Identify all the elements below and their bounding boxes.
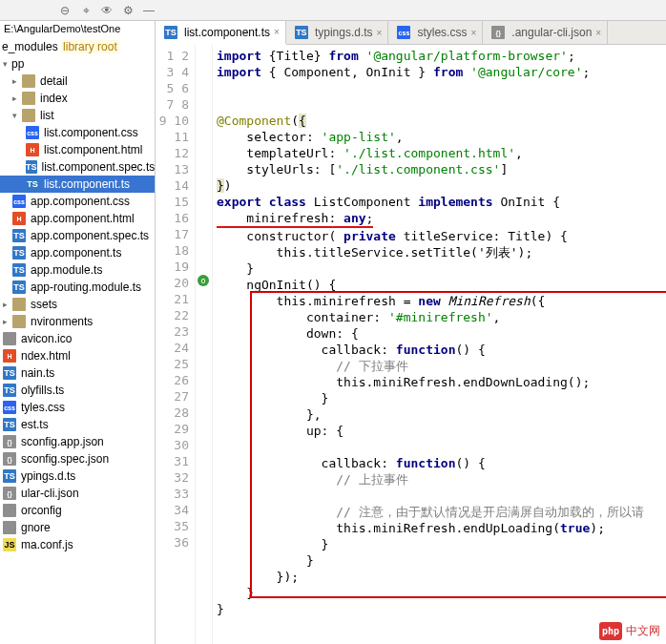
close-icon[interactable]: × <box>274 27 280 37</box>
file-icon: H <box>3 349 16 363</box>
tree-file[interactable]: avicon.ico <box>0 330 155 347</box>
tab-label: .angular-cli.json <box>511 26 592 39</box>
file-icon: css <box>3 401 16 414</box>
tree-file[interactable]: TSapp.module.ts <box>0 261 155 279</box>
tree-folder[interactable]: ▸index <box>0 90 155 107</box>
tree-file[interactable]: TSypings.d.ts <box>0 467 155 485</box>
file-icon: TS <box>295 26 308 39</box>
file-icon: {} <box>3 487 16 500</box>
tree-file[interactable]: TSnain.ts <box>0 364 155 382</box>
tree-file[interactable]: {}ular-cli.json <box>0 485 155 502</box>
tree-file[interactable]: orconfig <box>0 502 155 519</box>
chevron-right-icon[interactable]: ▸ <box>0 317 10 326</box>
tree-file[interactable]: cssapp.component.css <box>0 193 155 210</box>
tree-file[interactable]: TSapp.component.spec.ts <box>0 227 155 244</box>
file-icon: css <box>12 195 26 208</box>
tree-file[interactable]: Happ.component.html <box>0 210 155 227</box>
tree-file[interactable]: TSest.ts <box>0 416 155 433</box>
watermark: php 中文网 <box>599 622 660 640</box>
tab-label: list.component.ts <box>184 26 270 39</box>
file-icon: TS <box>3 469 16 483</box>
tree-file[interactable]: gnore <box>0 519 155 536</box>
close-icon[interactable]: × <box>377 28 383 38</box>
project-tree[interactable]: e_modules library root ▾ pp ▸detail▸inde… <box>0 38 155 644</box>
folder-icon <box>12 298 26 311</box>
tree-folder[interactable]: ▸detail <box>0 73 155 90</box>
editor-tab[interactable]: {}.angular-cli.json× <box>483 21 608 44</box>
tree-file[interactable]: TSlist.component.ts <box>0 176 155 193</box>
file-icon: TS <box>12 263 26 277</box>
line-numbers: 1 2 3 4 5 6 7 8 9 10 11 12 13 14 15 16 1… <box>156 45 196 644</box>
file-icon: TS <box>26 177 39 191</box>
file-icon: css <box>26 126 39 139</box>
file-icon: css <box>397 26 410 39</box>
highlight-box <box>250 291 666 598</box>
editor-tab[interactable]: cssstyles.css× <box>388 21 483 44</box>
project-tree-panel: E:\AngularDemo\testOne e_modules library… <box>0 21 156 644</box>
project-toolbar: ⊖ ⌖ 👁 ⚙ — <box>0 0 666 21</box>
file-icon <box>3 504 16 517</box>
collapse-icon[interactable]: ⊖ <box>57 3 73 18</box>
tree-file[interactable]: csslist.component.css <box>0 124 155 141</box>
file-icon: {} <box>3 435 16 448</box>
tree-file[interactable]: TSapp.component.ts <box>0 244 155 261</box>
tree-folder[interactable]: ▸nvironments <box>0 313 155 330</box>
hide-icon[interactable]: — <box>141 3 156 18</box>
file-icon <box>3 332 16 345</box>
tree-file[interactable]: {}sconfig.spec.json <box>0 450 155 467</box>
tree-folder-list[interactable]: ▾ list <box>0 107 155 124</box>
file-icon: TS <box>3 384 16 397</box>
override-marker-icon[interactable]: o <box>198 275 209 286</box>
tree-folder[interactable]: ▸ssets <box>0 296 155 313</box>
file-icon <box>3 521 16 534</box>
file-icon: TS <box>12 229 26 242</box>
tree-file[interactable]: {}sconfig.app.json <box>0 433 155 450</box>
file-icon: {} <box>3 452 16 466</box>
show-icon[interactable]: 👁 <box>99 3 114 18</box>
folder-icon <box>22 92 35 105</box>
editor-tab[interactable]: TStypings.d.ts× <box>286 21 389 44</box>
chevron-down-icon[interactable]: ▾ <box>10 111 19 120</box>
editor-tab[interactable]: TSlist.component.ts× <box>156 21 286 45</box>
file-icon: H <box>26 143 39 156</box>
code-editor[interactable]: 1 2 3 4 5 6 7 8 9 10 11 12 13 14 15 16 1… <box>156 45 666 644</box>
chevron-down-icon[interactable]: ▾ <box>0 59 10 69</box>
tree-node-modules[interactable]: e_modules library root <box>0 38 155 55</box>
tree-file[interactable]: TSolyfills.ts <box>0 382 155 399</box>
file-icon: TS <box>26 160 37 174</box>
tree-file[interactable]: csstyles.css <box>0 399 155 416</box>
chevron-right-icon[interactable]: ▸ <box>10 76 19 86</box>
folder-icon <box>12 315 26 328</box>
fold-column[interactable]: o <box>196 45 213 644</box>
folder-icon <box>22 74 35 88</box>
file-icon: TS <box>12 246 26 260</box>
settings-icon[interactable]: ⚙ <box>120 3 135 18</box>
tree-file[interactable]: Hndex.html <box>0 347 155 364</box>
php-logo-icon: php <box>599 622 622 640</box>
folder-icon <box>22 109 35 122</box>
project-path: E:\AngularDemo\testOne <box>0 21 155 38</box>
chevron-right-icon[interactable]: ▸ <box>10 93 19 103</box>
file-icon: H <box>12 212 26 225</box>
close-icon[interactable]: × <box>470 28 476 38</box>
tree-folder-pp[interactable]: ▾ pp <box>0 55 155 73</box>
close-icon[interactable]: × <box>595 28 601 38</box>
tree-file[interactable]: TSlist.component.spec.ts <box>0 158 155 176</box>
tree-file[interactable]: TSapp-routing.module.ts <box>0 279 155 296</box>
tab-label: styles.css <box>417 26 467 39</box>
file-icon: TS <box>12 280 26 294</box>
chevron-right-icon[interactable]: ▸ <box>0 300 10 309</box>
tree-file[interactable]: Hlist.component.html <box>0 141 155 158</box>
tab-label: typings.d.ts <box>315 26 373 39</box>
file-icon: {} <box>491 26 505 39</box>
target-icon[interactable]: ⌖ <box>78 3 94 18</box>
tree-file[interactable]: JSma.conf.js <box>0 536 155 553</box>
file-icon: JS <box>3 538 16 551</box>
file-icon: TS <box>3 418 16 431</box>
editor-tabs: TSlist.component.ts×TStypings.d.ts×cssst… <box>156 21 666 45</box>
file-icon: TS <box>164 26 177 39</box>
file-icon: TS <box>3 366 16 380</box>
